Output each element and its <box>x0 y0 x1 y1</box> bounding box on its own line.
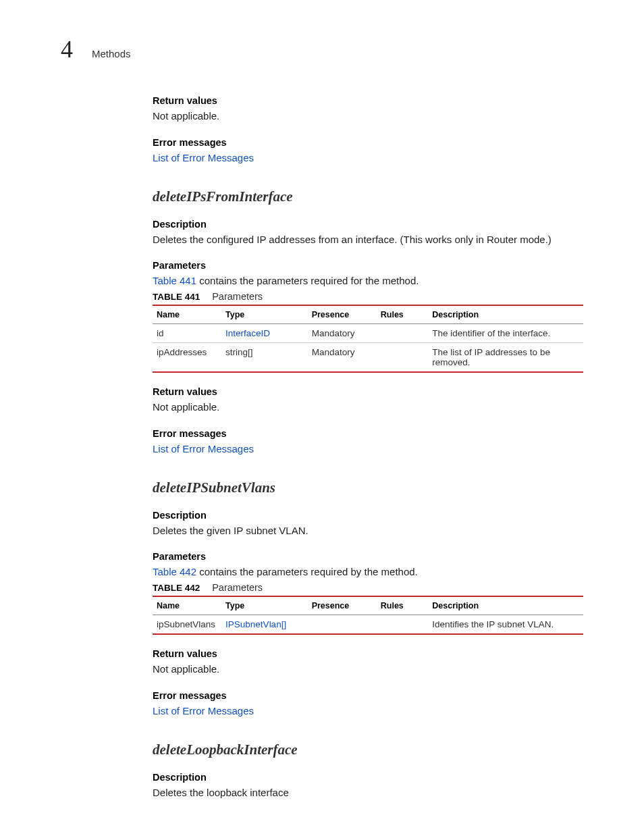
th-type: Type <box>221 596 308 615</box>
error-messages-heading: Error messages <box>153 428 583 439</box>
error-messages-link[interactable]: List of Error Messages <box>153 443 254 454</box>
cell-type: InterfaceID <box>221 324 308 343</box>
cell-rules <box>377 324 429 343</box>
page: 4 Methods Return values Not applicable. … <box>0 0 644 834</box>
table-row: id InterfaceID Mandatory The identifier … <box>153 324 583 343</box>
table-header-row: Name Type Presence Rules Description <box>153 596 583 615</box>
description-text: Deletes the loopback interface <box>153 785 583 800</box>
table-row: ipAddresses string[] Mandatory The list … <box>153 343 583 373</box>
table-row: ipSubnetVlans IPSubnetVlan[] Identifies … <box>153 615 583 635</box>
description-heading: Description <box>153 219 583 230</box>
cell-presence: Mandatory <box>308 343 377 373</box>
th-type: Type <box>221 305 308 324</box>
parameters-heading: Parameters <box>153 260 583 271</box>
th-name: Name <box>153 305 221 324</box>
cell-description: The identifier of the interface. <box>428 324 583 343</box>
method-title-deleteIPSubnetVlans: deleteIPSubnetVlans <box>153 479 583 496</box>
table-caption: TABLE 441 Parameters <box>153 291 583 302</box>
th-description: Description <box>428 305 583 324</box>
th-presence: Presence <box>308 596 377 615</box>
return-values-text: Not applicable. <box>153 400 583 415</box>
th-rules: Rules <box>377 305 429 324</box>
table-header-row: Name Type Presence Rules Description <box>153 305 583 324</box>
table-ref-link[interactable]: Table 442 <box>153 566 196 577</box>
th-name: Name <box>153 596 221 615</box>
cell-description: Identifies the IP subnet VLAN. <box>428 615 583 635</box>
error-messages-link[interactable]: List of Error Messages <box>153 152 254 163</box>
table-caption: TABLE 442 Parameters <box>153 582 583 593</box>
th-description: Description <box>428 596 583 615</box>
cell-presence: Mandatory <box>308 324 377 343</box>
parameters-intro: Table 441 contains the parameters requir… <box>153 273 583 288</box>
th-rules: Rules <box>377 596 429 615</box>
parameters-intro-rest: contains the parameters required for the… <box>196 275 419 286</box>
cell-type: IPSubnetVlan[] <box>221 615 308 635</box>
cell-presence <box>308 615 377 635</box>
chapter-title: Methods <box>92 48 131 59</box>
parameters-intro-rest: contains the parameters required by the … <box>196 566 418 577</box>
description-text: Deletes the given IP subnet VLAN. <box>153 523 583 538</box>
cell-type: string[] <box>221 343 308 373</box>
return-values-text: Not applicable. <box>153 109 583 124</box>
parameters-intro: Table 442 contains the parameters requir… <box>153 565 583 579</box>
chapter-number: 4 <box>61 37 73 61</box>
return-values-text: Not applicable. <box>153 662 583 677</box>
type-link[interactable]: InterfaceID <box>225 328 270 338</box>
error-messages-heading: Error messages <box>153 137 583 148</box>
parameters-heading: Parameters <box>153 551 583 562</box>
cell-description: The list of IP addresses to be removed. <box>428 343 583 373</box>
method-title-deleteIPsFromInterface: deleteIPsFromInterface <box>153 188 583 205</box>
error-messages-link[interactable]: List of Error Messages <box>153 705 254 716</box>
cell-name: ipAddresses <box>153 343 221 373</box>
type-link[interactable]: IPSubnetVlan[] <box>225 619 286 629</box>
return-values-heading: Return values <box>153 95 583 106</box>
method-title-deleteLoopbackInterface: deleteLoopbackInterface <box>153 741 583 758</box>
description-text: Deletes the configured IP addresses from… <box>153 232 583 247</box>
table-caption-title: Parameters <box>212 291 263 302</box>
page-header: 4 Methods <box>61 37 583 61</box>
cell-rules <box>377 343 429 373</box>
table-ref-link[interactable]: Table 441 <box>153 275 196 286</box>
table-caption-title: Parameters <box>212 582 263 593</box>
cell-name: ipSubnetVlans <box>153 615 221 635</box>
cell-name: id <box>153 324 221 343</box>
th-presence: Presence <box>308 305 377 324</box>
return-values-heading: Return values <box>153 648 583 659</box>
cell-rules <box>377 615 429 635</box>
parameters-table-441: Name Type Presence Rules Description id … <box>153 305 583 373</box>
error-messages-heading: Error messages <box>153 690 583 701</box>
description-heading: Description <box>153 510 583 521</box>
return-values-heading: Return values <box>153 386 583 397</box>
parameters-table-442: Name Type Presence Rules Description ipS… <box>153 596 583 635</box>
table-caption-label: TABLE 441 <box>153 292 200 302</box>
description-heading: Description <box>153 772 583 783</box>
table-caption-label: TABLE 442 <box>153 583 200 593</box>
content: Return values Not applicable. Error mess… <box>153 95 583 800</box>
